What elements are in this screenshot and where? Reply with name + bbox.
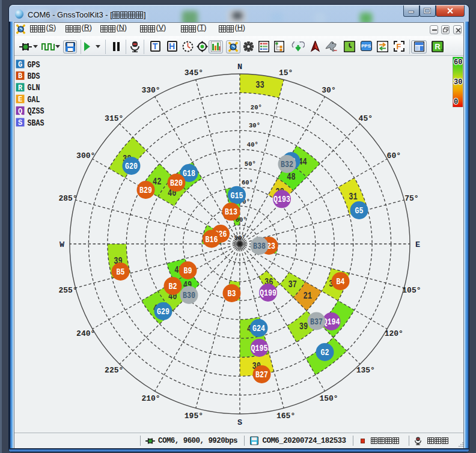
- svg-text:B37: B37: [310, 317, 323, 327]
- svg-text:B13: B13: [225, 207, 237, 217]
- svg-text:21: 21: [303, 291, 312, 302]
- svg-text:42: 42: [152, 177, 161, 187]
- svg-text:15°: 15°: [278, 68, 292, 78]
- svg-text:G29: G29: [157, 307, 169, 317]
- svg-text:30°: 30°: [249, 122, 260, 129]
- svg-text:210°: 210°: [141, 394, 160, 403]
- svg-text:315°: 315°: [105, 114, 123, 123]
- svg-text:165°: 165°: [276, 412, 294, 421]
- svg-text:150°: 150°: [319, 394, 338, 403]
- svg-text:Q195: Q195: [251, 344, 267, 353]
- svg-text:Q194: Q194: [323, 317, 340, 327]
- svg-text:B2: B2: [168, 282, 177, 291]
- svg-text:B30: B30: [183, 291, 195, 300]
- svg-text:39: 39: [299, 321, 308, 332]
- svg-text:B4: B4: [336, 277, 344, 287]
- svg-text:345°: 345°: [184, 68, 203, 78]
- svg-text:G18: G18: [183, 169, 195, 178]
- svg-text:30: 30: [454, 78, 462, 87]
- svg-text:60°: 60°: [242, 179, 253, 186]
- svg-text:31: 31: [349, 192, 358, 202]
- svg-text:300°: 300°: [76, 151, 95, 160]
- svg-text:G: G: [17, 61, 22, 69]
- svg-text:20°: 20°: [250, 104, 261, 111]
- svg-text:60: 60: [454, 58, 462, 67]
- svg-text:50°: 50°: [244, 160, 255, 168]
- svg-text:R: R: [17, 84, 22, 93]
- svg-text:QZSS: QZSS: [27, 106, 44, 117]
- svg-text:B: B: [17, 72, 22, 81]
- svg-text:E: E: [415, 240, 420, 249]
- svg-text:SBAS: SBAS: [27, 118, 44, 129]
- svg-text:B5: B5: [116, 267, 124, 277]
- svg-text:120°: 120°: [384, 329, 403, 338]
- svg-text:B32: B32: [281, 160, 293, 169]
- svg-text:0: 0: [454, 98, 458, 106]
- svg-text:75°: 75°: [404, 194, 418, 203]
- svg-text:Q193: Q193: [273, 195, 290, 204]
- svg-text:R: R: [435, 42, 441, 51]
- svg-text:GPS: GPS: [27, 60, 40, 70]
- svg-text:Q199: Q199: [260, 288, 276, 298]
- svg-text:135°: 135°: [356, 366, 374, 375]
- svg-text:B3: B3: [227, 289, 236, 299]
- svg-text:33: 33: [255, 80, 264, 91]
- svg-text:195°: 195°: [184, 412, 203, 421]
- svg-text:40°: 40°: [246, 141, 258, 148]
- svg-text:B20: B20: [170, 178, 183, 188]
- svg-text:105°: 105°: [402, 286, 421, 295]
- svg-text:60°: 60°: [386, 151, 400, 160]
- svg-text:G24: G24: [252, 324, 265, 333]
- svg-text:E: E: [17, 96, 22, 104]
- svg-text:B38: B38: [253, 242, 266, 251]
- svg-text:GLN: GLN: [27, 83, 40, 93]
- svg-text:N: N: [237, 62, 242, 71]
- svg-text:B29: B29: [139, 186, 152, 195]
- svg-text:G5: G5: [355, 206, 363, 216]
- svg-text:S: S: [17, 119, 22, 127]
- svg-text:255°: 255°: [58, 286, 77, 295]
- svg-text:B9: B9: [183, 266, 192, 276]
- svg-text:30°: 30°: [322, 86, 335, 95]
- svg-text:225°: 225°: [105, 366, 123, 375]
- svg-text:G2: G2: [320, 348, 329, 357]
- svg-text:285°: 285°: [58, 194, 77, 203]
- svg-text:W: W: [59, 240, 64, 249]
- svg-text:BDS: BDS: [27, 71, 40, 82]
- svg-text:45°: 45°: [358, 114, 372, 123]
- svg-text:G15: G15: [230, 191, 243, 201]
- svg-text:G20: G20: [125, 162, 138, 171]
- svg-text:B27: B27: [255, 370, 268, 380]
- svg-text:90°: 90°: [234, 234, 245, 242]
- svg-text:48: 48: [287, 172, 296, 183]
- svg-text:Q: Q: [17, 108, 22, 116]
- svg-text:330°: 330°: [141, 86, 160, 95]
- svg-text:37: 37: [288, 279, 297, 290]
- svg-text:B16: B16: [205, 235, 218, 245]
- svg-text:S: S: [237, 418, 242, 427]
- svg-text:240°: 240°: [76, 329, 95, 338]
- svg-text:GAL: GAL: [27, 95, 40, 105]
